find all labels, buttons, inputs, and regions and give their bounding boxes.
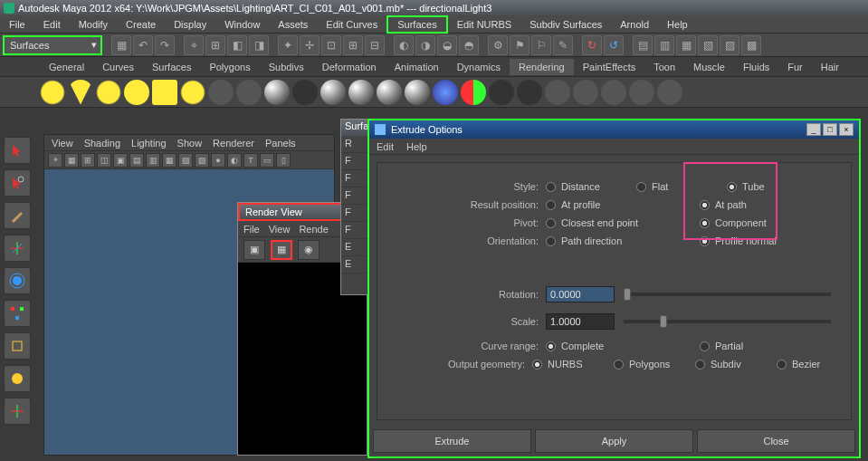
render-icon[interactable] [601, 80, 626, 105]
shader-icon[interactable] [489, 80, 514, 105]
shelf-tab-painteffects[interactable]: PaintEffects [574, 59, 645, 75]
toolbar-button[interactable]: ✢ [300, 35, 320, 55]
vp-icon[interactable]: ◫ [97, 153, 111, 168]
toolbar-button[interactable]: ↶ [133, 35, 153, 55]
shader-icon[interactable] [320, 80, 346, 105]
scale-tool[interactable] [4, 300, 31, 327]
menu-edit[interactable]: Edit [34, 17, 70, 32]
extrude-title-bar[interactable]: Extrude Options _ □ × [369, 120, 859, 139]
menu-assets[interactable]: Assets [269, 17, 317, 32]
toolbar-button[interactable]: ⚑ [510, 35, 529, 55]
last-tool[interactable] [4, 398, 31, 425]
menu-edit-curves[interactable]: Edit Curves [317, 17, 386, 32]
extrude-menu-edit[interactable]: Edit [377, 141, 394, 152]
light-icon[interactable] [124, 80, 149, 105]
radio-component[interactable]: Component [700, 217, 772, 228]
vp-icon[interactable]: ◐ [227, 153, 242, 168]
extrude-button[interactable]: Extrude [373, 429, 531, 453]
minimize-button[interactable]: _ [806, 123, 821, 136]
shader-icon[interactable] [377, 80, 402, 105]
toolbar-button[interactable]: ⚙ [488, 35, 508, 55]
toolbar-button[interactable]: ▦ [111, 35, 131, 55]
light-icon[interactable] [40, 80, 65, 105]
shader-icon[interactable] [292, 80, 318, 105]
close-button[interactable]: Close [697, 429, 855, 453]
toolbar-button[interactable]: ◐ [394, 35, 414, 55]
shelf-tab-animation[interactable]: Animation [386, 59, 448, 75]
lasso-tool[interactable] [4, 169, 31, 197]
shader-icon[interactable] [348, 80, 374, 105]
radio-at-path[interactable]: At path [700, 199, 772, 210]
vp-menu-lighting[interactable]: Lighting [131, 138, 167, 149]
toolbar-button[interactable]: ▤ [633, 35, 653, 55]
radio-nurbs[interactable]: NURBS [532, 359, 596, 370]
menu-surfaces[interactable]: Surfaces [386, 15, 447, 34]
radio-bezier[interactable]: Bezier [777, 359, 840, 370]
shader-icon[interactable] [461, 80, 486, 105]
toolbar-button[interactable]: ✦ [278, 35, 298, 55]
render-icon[interactable] [545, 80, 570, 105]
radio-closest-end-point[interactable]: Closest end point [546, 217, 682, 228]
toolbar-button[interactable]: ◓ [459, 35, 479, 55]
select-tool[interactable] [4, 137, 31, 164]
radio-polygons[interactable]: Polygons [614, 359, 677, 370]
shelf-tab-subdivs[interactable]: Subdivs [260, 59, 313, 75]
shelf-tab-toon[interactable]: Toon [644, 59, 684, 75]
vp-icon[interactable]: ▯ [276, 153, 291, 168]
radio-path-direction[interactable]: Path direction [546, 235, 682, 246]
menu-modify[interactable]: Modify [70, 17, 117, 32]
toolbar-button[interactable]: ▦ [676, 35, 696, 55]
toolbar-button[interactable]: ◧ [227, 35, 247, 55]
ipr-button[interactable]: ◉ [298, 240, 320, 260]
toolbar-button[interactable]: ⌖ [184, 35, 204, 55]
soft-tool[interactable] [4, 365, 31, 392]
shelf-tab-rendering[interactable]: Rendering [510, 59, 574, 75]
radio-distance[interactable]: Distance [546, 181, 618, 192]
shader-icon[interactable] [264, 80, 290, 105]
move-tool[interactable] [4, 235, 31, 262]
light-icon[interactable] [68, 80, 93, 105]
rv-menu-rende[interactable]: Rende [299, 224, 328, 235]
rotation-input[interactable] [546, 286, 615, 303]
toolbar-button[interactable]: ◒ [437, 35, 457, 55]
maximize-button[interactable]: □ [823, 123, 837, 136]
shelf-tab-general[interactable]: General [40, 59, 93, 75]
shelf-tab-curves[interactable]: Curves [93, 59, 143, 75]
toolbar-button[interactable]: ⊞ [205, 35, 225, 55]
radio-partial[interactable]: Partial [700, 341, 772, 351]
vp-icon[interactable]: ▦ [162, 153, 176, 168]
light-icon[interactable] [96, 80, 121, 105]
toolbar-button[interactable]: ↺ [604, 35, 624, 55]
vp-icon[interactable]: ⌖ [48, 153, 62, 168]
scale-slider[interactable] [624, 320, 831, 323]
light-icon[interactable] [152, 80, 177, 105]
radio-at-profile[interactable]: At profile [546, 199, 682, 210]
toolbar-button[interactable]: ⊞ [343, 35, 363, 55]
vp-icon[interactable]: ▣ [113, 153, 128, 168]
paint-tool[interactable] [4, 202, 31, 229]
shelf-icon[interactable] [236, 80, 262, 105]
toolbar-button[interactable]: ↷ [155, 35, 175, 55]
toolbar-button[interactable]: ⊡ [321, 35, 341, 55]
vp-icon[interactable]: T [243, 153, 258, 168]
vp-menu-panels[interactable]: Panels [265, 138, 296, 149]
light-icon[interactable] [180, 80, 205, 105]
shader-icon[interactable] [405, 80, 430, 105]
shelf-tab-fur[interactable]: Fur [778, 59, 812, 75]
scale-input[interactable] [546, 313, 615, 330]
toolbar-button[interactable]: ✎ [553, 35, 573, 55]
render-icon[interactable] [573, 80, 598, 105]
menu-display[interactable]: Display [165, 17, 215, 32]
vp-icon[interactable]: ● [211, 153, 225, 168]
shelf-tab-surfaces[interactable]: Surfaces [143, 59, 200, 75]
shelf-tab-hair[interactable]: Hair [812, 59, 848, 75]
vp-menu-view[interactable]: View [52, 138, 73, 149]
manip-tool[interactable] [4, 332, 31, 360]
toolbar-button[interactable]: ↻ [582, 35, 602, 55]
render-region-button[interactable]: ▦ [271, 240, 292, 260]
radio-complete[interactable]: Complete [546, 341, 682, 351]
rv-menu-view[interactable]: View [269, 224, 291, 235]
shelf-tab-fluids[interactable]: Fluids [734, 59, 778, 75]
radio-profile-normal[interactable]: Profile normal [700, 235, 777, 246]
toolbar-button[interactable]: ◨ [249, 35, 269, 55]
